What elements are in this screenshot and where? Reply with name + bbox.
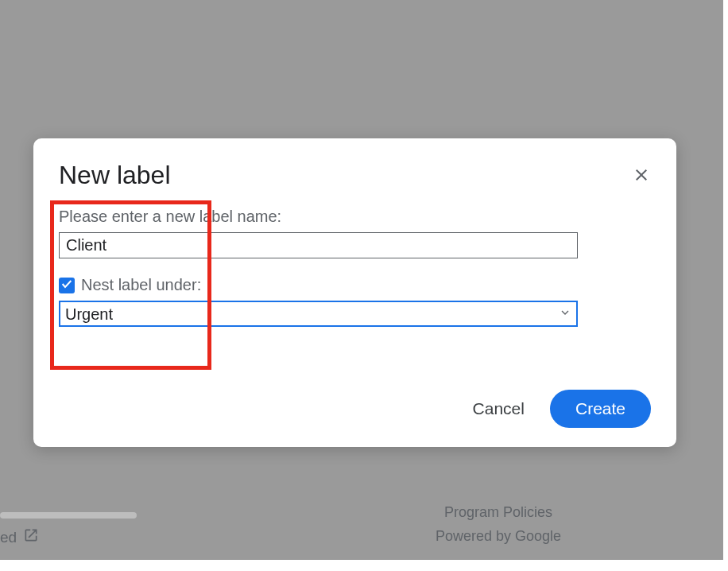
parent-label-select-wrap: Urgent [59, 301, 578, 327]
label-name-prompt: Please enter a new label name: [59, 208, 651, 226]
nest-checkbox[interactable] [59, 278, 75, 293]
footer: ed Program Policies Powered by Google [0, 501, 720, 557]
label-name-input[interactable] [59, 232, 578, 258]
close-icon [632, 165, 651, 188]
nest-row: Nest label under: [59, 276, 651, 294]
dialog-actions: Cancel Create [470, 390, 651, 428]
check-icon [60, 278, 73, 293]
powered-by-text: Powered by Google [436, 524, 561, 549]
cancel-button[interactable]: Cancel [470, 393, 528, 425]
footer-left: ed [0, 527, 39, 547]
footer-left-text: ed [0, 529, 17, 546]
dialog-title: New label [59, 161, 171, 190]
program-policies-link[interactable]: Program Policies [436, 500, 561, 525]
dialog-header: New label [59, 161, 651, 190]
open-external-icon[interactable] [23, 527, 39, 547]
close-button[interactable] [629, 164, 654, 189]
new-label-dialog: New label Please enter a new label name:… [33, 138, 676, 447]
footer-links: Program Policies Powered by Google [436, 500, 561, 549]
create-button[interactable]: Create [550, 390, 651, 428]
nest-label-text: Nest label under: [81, 276, 201, 294]
parent-label-select[interactable]: Urgent [59, 301, 578, 327]
